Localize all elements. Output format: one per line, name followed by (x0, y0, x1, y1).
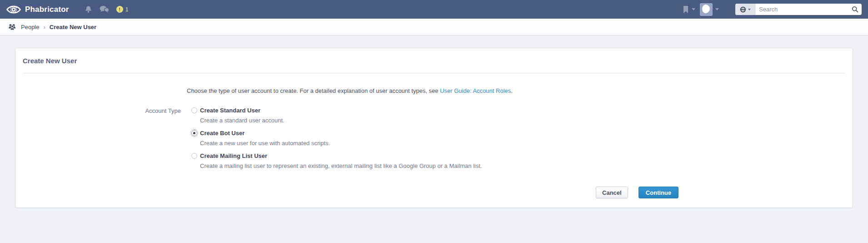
option-create-bot-user: Create Bot User Create a new user for us… (191, 130, 482, 147)
option-label[interactable]: Create Standard User (200, 107, 260, 114)
search-icon (852, 6, 858, 13)
main-menu-bar: Phabricator 1 (0, 0, 868, 19)
radio-row-bot-user[interactable]: Create Bot User (191, 130, 482, 137)
account-type-form: Choose the type of user account to creat… (15, 73, 853, 208)
phabricator-logo-icon (6, 3, 21, 16)
option-description: Create a standard user account. (200, 117, 482, 124)
chevron-down-icon (748, 9, 751, 10)
home-link[interactable]: Phabricator (6, 3, 69, 16)
user-menu[interactable] (700, 3, 719, 16)
alert-count: 1 (125, 6, 129, 13)
chevron-down-icon (692, 8, 695, 10)
user-guide-link[interactable]: User Guide: Account Roles (440, 87, 511, 94)
notifications-bell-icon[interactable] (85, 5, 92, 13)
brand-name: Phabricator (25, 5, 69, 14)
breadcrumb: People › Create New User (0, 19, 868, 35)
option-create-standard-user: Create Standard User Create a standard u… (191, 107, 482, 124)
alert-icon (116, 6, 123, 13)
radio-standard-user[interactable] (191, 107, 197, 113)
option-label[interactable]: Create Mailing List User (200, 152, 267, 159)
chevron-down-icon (715, 8, 719, 10)
continue-button[interactable]: Continue (639, 187, 678, 198)
search-input[interactable] (755, 6, 848, 13)
breadcrumb-current-page: Create New User (50, 24, 96, 30)
global-search (735, 4, 862, 15)
avatar (700, 3, 713, 16)
people-group-icon (8, 24, 17, 30)
favorites-menu[interactable] (683, 5, 695, 14)
option-label[interactable]: Create Bot User (200, 130, 244, 137)
form-actions: Cancel Continue (15, 187, 678, 198)
breadcrumb-people[interactable]: People (21, 24, 39, 30)
create-new-user-card: Create New User Choose the type of user … (15, 48, 853, 208)
account-type-label: Account Type (15, 107, 181, 175)
cancel-button[interactable]: Cancel (596, 187, 628, 198)
breadcrumb-separator: › (43, 24, 45, 30)
search-scope-selector[interactable] (735, 4, 755, 15)
globe-icon (740, 6, 746, 13)
radio-row-standard-user[interactable]: Create Standard User (191, 107, 482, 114)
intro-text-after: . (511, 87, 513, 94)
radio-bot-user[interactable] (191, 130, 197, 136)
setup-issues-indicator[interactable]: 1 (116, 6, 129, 13)
conpherence-chat-icon[interactable] (100, 5, 109, 13)
radio-row-mailing-list-user[interactable]: Create Mailing List User (191, 152, 482, 159)
option-description: Create a mailing list user to represent … (200, 162, 482, 169)
option-create-mailing-list-user: Create Mailing List User Create a mailin… (191, 152, 482, 169)
intro-text: Choose the type of user account to creat… (187, 87, 853, 95)
search-submit-button[interactable] (848, 4, 862, 15)
option-description: Create a new user for use with automated… (200, 140, 482, 147)
radio-mailing-list-user[interactable] (191, 153, 197, 159)
page-title: Create New User (23, 57, 77, 65)
bookmark-icon (683, 5, 689, 14)
card-header: Create New User (23, 48, 845, 73)
intro-text-before: Choose the type of user account to creat… (187, 87, 440, 94)
